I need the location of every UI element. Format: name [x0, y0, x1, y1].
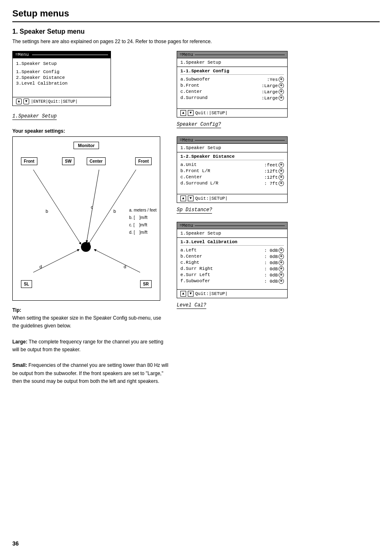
- dist-c-icon: ⊕: [279, 175, 284, 180]
- dist-a-label: a.Unit: [180, 162, 197, 168]
- cal-a-label: a.Left: [180, 248, 197, 253]
- cal-item-e: e.Surr Left : 0dB⊕: [180, 272, 284, 278]
- cal-a-icon: ⊕: [279, 248, 284, 253]
- config-header-line: [195, 55, 285, 55]
- menu-italic-label: 1.Speaker Setup: [12, 113, 57, 120]
- config-l1-text: 1.Speaker Setup: [180, 60, 284, 65]
- cal-footer-text: Quit:|SETUP|: [195, 291, 228, 296]
- dist-up-icon: ▲: [180, 196, 186, 201]
- dist-c-label: c.Center: [180, 175, 202, 180]
- cal-d-value: : 0dB⊕: [264, 266, 284, 272]
- config-header-text: =Menu: [180, 52, 193, 57]
- small-title: Small:: [12, 362, 27, 368]
- page-number: 36: [12, 540, 19, 547]
- cal-footer: ▲ ▼ Quit:|SETUP|: [177, 290, 287, 298]
- speaker-diagram: Monitor Front SW Center Front SL SR: [12, 136, 160, 301]
- diagram-legend: a. meters / feet b. [ ]m/ft c. [ ]m/ft d…: [129, 207, 157, 236]
- dist-a-icon: ⊕: [279, 162, 284, 168]
- cal-l2-title: 1-3.Level Calibration: [180, 240, 284, 246]
- menu-box-header: =Menu: [13, 51, 111, 58]
- diagram-label: Your speaker settings:: [12, 128, 168, 134]
- legend-item-a: a. meters / feet: [129, 207, 157, 214]
- dist-item-a: a.Unit :feet⊕: [180, 162, 284, 168]
- dist-a-value: :feet⊕: [264, 162, 284, 168]
- config-item-a: a.Subwoofer :Yes⊕: [180, 76, 284, 83]
- config-level1: 1.Speaker Setup: [177, 58, 287, 67]
- menu-item-speaker-setup: 1.Speaker Setup: [16, 61, 107, 67]
- legend-item-d: d. [ ]m/ft: [129, 229, 157, 236]
- dist-level1: 1.Speaker Setup: [177, 144, 287, 152]
- config-italic-label: Speaker Config?: [177, 122, 221, 128]
- page-title: Setup menus: [12, 8, 380, 22]
- config-a-icon: ⊕: [279, 77, 284, 82]
- left-column: =Menu 1.Speaker Setup 1.Speaker Config 2…: [12, 51, 168, 385]
- down-icon: ▼: [23, 99, 29, 104]
- dist-italic-label: Sp Distance?: [177, 207, 212, 214]
- dist-down-icon: ▼: [188, 196, 194, 201]
- cal-item-c: c.Right : 0dB⊕: [180, 260, 284, 266]
- legend-item-c: c. [ ]m/ft: [129, 221, 157, 229]
- dist-level2: 1-2.Speaker Distance a.Unit :feet⊕ b.Fro…: [177, 152, 287, 194]
- config-b-value: :Large⊕: [261, 83, 284, 88]
- dist-item-c: c.Center :12ft⊕: [180, 174, 284, 180]
- cal-c-icon: ⊕: [279, 260, 284, 265]
- legend-item-b: b. [ ]m/ft: [129, 214, 157, 221]
- cal-d-label: d.Surr Right: [180, 266, 213, 272]
- section-title: 1. Speaker Setup menu: [12, 28, 380, 35]
- tip-section: Tip: When setting the speaker size in th…: [12, 306, 168, 385]
- cal-b-icon: ⊕: [279, 254, 284, 259]
- cal-up-icon: ▲: [180, 291, 186, 297]
- config-c-icon: ⊕: [279, 89, 284, 94]
- dist-footer: ▲ ▼ Quit:|SETUP|: [177, 194, 287, 203]
- dist-d-value: : 7ft⊕: [264, 181, 284, 186]
- tip-body: When setting the speaker size in the Spe…: [12, 314, 168, 330]
- cal-c-label: c.Right: [180, 260, 199, 265]
- cal-e-label: e.Surr Left: [180, 272, 210, 278]
- cal-level2: 1-3.Level Calibration a.Left : 0dB⊕ b.Ce…: [177, 238, 287, 290]
- dist-l1-text: 1.Speaker Setup: [180, 145, 284, 150]
- cal-italic-label: Level Cal?: [177, 302, 206, 309]
- cal-f-icon: ⊕: [279, 279, 284, 284]
- speaker-distance-menu: =Menu 1.Speaker Setup 1-2.Speaker Distan…: [177, 136, 288, 203]
- cal-menu-header: =Menu: [177, 222, 287, 229]
- config-a-value: :Yes⊕: [267, 77, 284, 82]
- config-footer: ▲ ▼ Quit:|SETUP|: [177, 109, 287, 117]
- cal-item-f: f.Subwoofer : 0dB⊕: [180, 278, 284, 284]
- svg-text:c: c: [91, 205, 93, 210]
- menu-subitem-1: 1.Speaker Config: [16, 69, 107, 75]
- main-menu-box: =Menu 1.Speaker Setup 1.Speaker Config 2…: [12, 51, 111, 106]
- right-column: =Menu 1.Speaker Setup 1-1.Speaker Config…: [177, 51, 380, 385]
- cal-b-value: : 0dB⊕: [264, 254, 284, 259]
- config-b-label: b.Front: [180, 83, 199, 88]
- cal-b-label: b.Center: [180, 254, 202, 259]
- large-body: The complete frequency range for the cha…: [12, 339, 163, 352]
- config-item-d: d.Surround :Large⊕: [180, 95, 284, 101]
- dist-b-icon: ⊕: [279, 168, 284, 174]
- speaker-config-menu: =Menu 1.Speaker Setup 1-1.Speaker Config…: [177, 51, 288, 117]
- diagram-section: Your speaker settings: Monitor Front SW …: [12, 128, 168, 301]
- tip-title: Tip:: [12, 307, 21, 313]
- config-down-icon: ▼: [188, 110, 194, 116]
- menu-box-body: 1.Speaker Setup 1.Speaker Config 2.Speak…: [13, 58, 111, 97]
- config-d-icon: ⊕: [279, 95, 284, 101]
- config-l2-title: 1-1.Speaker Config: [180, 69, 284, 75]
- cal-header-text: =Menu: [180, 223, 193, 228]
- config-c-label: c.Center: [180, 89, 202, 94]
- menu-box-footer: ▲ ▼ |ENTER|Quit:|SETUP|: [13, 97, 111, 106]
- cal-e-icon: ⊕: [279, 272, 284, 278]
- dist-item-d: d.Surround L/R : 7ft⊕: [180, 180, 284, 187]
- dist-d-icon: ⊕: [279, 181, 284, 186]
- dist-b-value: :12ft⊕: [264, 168, 284, 174]
- dist-item-b: b.Front L/R :12ft⊕: [180, 168, 284, 174]
- menu-header-label: =Menu: [15, 52, 29, 57]
- config-item-b: b.Front :Large⊕: [180, 83, 284, 89]
- config-menu-header: =Menu: [177, 51, 287, 58]
- config-footer-text: Quit:|SETUP|: [195, 111, 228, 115]
- svg-text:d: d: [39, 264, 42, 269]
- config-d-value: :Large⊕: [261, 95, 284, 101]
- cal-item-d: d.Surr Right : 0dB⊕: [180, 266, 284, 272]
- dist-l2-title: 1-2.Speaker Distance: [180, 154, 284, 160]
- svg-line-4: [95, 250, 140, 272]
- cal-d-icon: ⊕: [279, 266, 284, 272]
- dist-menu-header: =Menu: [177, 137, 287, 144]
